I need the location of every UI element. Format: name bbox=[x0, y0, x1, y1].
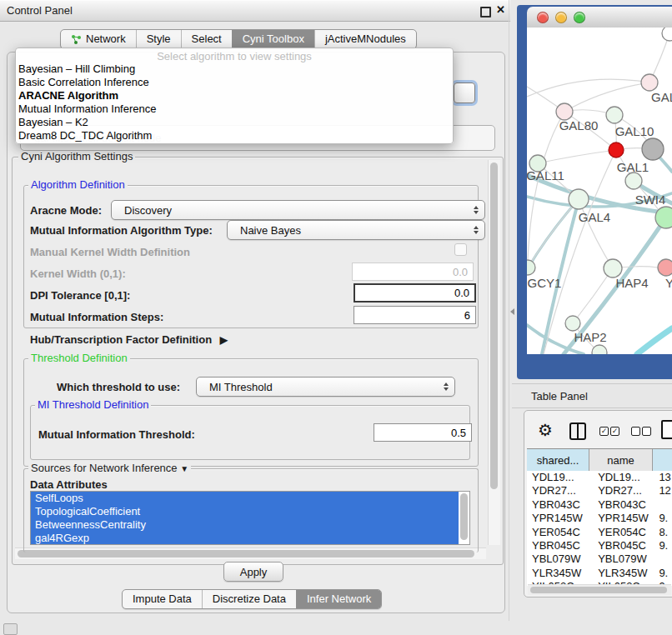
tab-infer-network[interactable]: Infer Network bbox=[296, 590, 381, 608]
gear-icon[interactable]: ⚙ bbox=[538, 420, 553, 440]
table-row[interactable]: YBR043CYBR043C bbox=[527, 498, 672, 512]
network-node-gal1[interactable] bbox=[609, 142, 624, 158]
close-window-icon[interactable] bbox=[537, 12, 549, 23]
columns-icon[interactable] bbox=[569, 422, 586, 440]
node-label: GAL10 bbox=[615, 124, 654, 138]
kernel-width-label: Kernel Width (0,1): bbox=[30, 268, 126, 280]
expand-arrow-icon: ▶ bbox=[220, 334, 228, 346]
mi-threshold-field[interactable]: 0.5 bbox=[374, 423, 472, 442]
algorithm-option[interactable]: Bayesian – K2 bbox=[16, 116, 453, 129]
network-node-swi4[interactable] bbox=[655, 207, 672, 228]
tab-network[interactable]: Network bbox=[61, 30, 136, 48]
tab-impute-data[interactable]: Impute Data bbox=[123, 590, 202, 608]
data-attributes-list: SelfLoops TopologicalCoefficient Between… bbox=[30, 491, 470, 545]
algorithm-definition-title: Algorithm Definition bbox=[28, 179, 128, 191]
tab-cyni-toolbox[interactable]: Cyni Toolbox bbox=[232, 30, 314, 48]
tab-discretize-data[interactable]: Discretize Data bbox=[202, 590, 296, 608]
control-panel-titlebar: Control Panel ✕ bbox=[0, 0, 510, 22]
node-label: GAL bbox=[651, 90, 672, 104]
network-node[interactable] bbox=[592, 345, 607, 354]
algorithm-combo-edge[interactable] bbox=[454, 82, 475, 103]
network-edge[interactable] bbox=[637, 328, 672, 354]
mi-type-combo[interactable]: Naive Bayes bbox=[227, 220, 485, 240]
checked-checkbox-icon[interactable]: ✓ bbox=[610, 427, 619, 436]
network-node[interactable] bbox=[662, 28, 672, 41]
settings-vscroll-thumb[interactable] bbox=[490, 162, 498, 489]
float-panel-icon[interactable] bbox=[480, 7, 491, 18]
network-edge[interactable] bbox=[564, 82, 649, 112]
algorithm-dropdown-popup: Select algorithm to view settings Bayesi… bbox=[15, 48, 454, 144]
network-node-gal4[interactable] bbox=[569, 189, 589, 209]
panel-divider bbox=[509, 0, 509, 621]
minimize-window-icon[interactable] bbox=[555, 12, 567, 23]
divider-collapse-arrow[interactable] bbox=[510, 308, 514, 315]
algorithm-option[interactable]: Basic Correlation Inference bbox=[16, 76, 453, 89]
hub-definition-expander[interactable]: Hub/Transcription Factor Definition ▶ bbox=[30, 333, 223, 346]
column-header-shared[interactable]: shared... bbox=[527, 449, 589, 471]
node-label: Y bbox=[665, 276, 672, 290]
bottom-corner-icon[interactable] bbox=[3, 623, 18, 635]
tab-jactivemnodules[interactable]: jActiveMNodules bbox=[314, 30, 416, 48]
network-edge[interactable] bbox=[527, 79, 649, 97]
mi-steps-label: Mutual Information Steps: bbox=[30, 311, 163, 323]
table-hscroll-thumb[interactable] bbox=[530, 587, 667, 593]
apply-button[interactable]: Apply bbox=[223, 562, 283, 582]
table-row[interactable]: YBL079WYBL079W bbox=[527, 552, 672, 566]
attribute-item[interactable]: BetweennessCentrality bbox=[31, 518, 459, 532]
algorithm-option[interactable]: Dream8 DC_TDC Algorithm bbox=[16, 129, 453, 142]
close-panel-icon[interactable]: ✕ bbox=[496, 3, 505, 16]
attribute-item[interactable]: SelfLoops bbox=[31, 492, 459, 505]
node-label: GAL80 bbox=[559, 118, 599, 132]
zoom-window-icon[interactable] bbox=[574, 12, 585, 23]
unchecked-checkbox-icon[interactable] bbox=[642, 427, 651, 436]
settings-vertical-scrollbar[interactable] bbox=[488, 160, 500, 545]
node-label: HAP4 bbox=[615, 276, 648, 290]
network-window-titlebar[interactable] bbox=[527, 7, 672, 28]
network-node-hap2[interactable] bbox=[565, 316, 580, 331]
tab-style[interactable]: Style bbox=[136, 30, 181, 48]
table-row[interactable]: YER054CYER054C8. bbox=[527, 526, 672, 539]
network-icon bbox=[71, 34, 82, 45]
network-node[interactable] bbox=[642, 138, 664, 160]
algorithm-option-selected[interactable]: ARACNE Algorithm bbox=[16, 89, 453, 102]
tab-select[interactable]: Select bbox=[181, 30, 232, 48]
attribute-item[interactable]: TopologicalCoefficient bbox=[31, 505, 459, 518]
table-row[interactable]: YDR27...YDR27...12 bbox=[527, 484, 672, 498]
network-canvas[interactable]: GALGAL80GAL10GAL1GAL11GAL4SWI4GCY1HAP4YH… bbox=[527, 28, 672, 354]
table-row[interactable]: YPR145WYPR145W9. bbox=[527, 512, 672, 525]
network-node-gal[interactable] bbox=[641, 74, 658, 91]
node-label: GAL4 bbox=[579, 210, 610, 224]
aracne-mode-combo[interactable]: Discovery bbox=[111, 200, 485, 220]
dpi-tolerance-field[interactable]: 0.0 bbox=[354, 283, 476, 302]
network-node-y[interactable] bbox=[658, 259, 672, 276]
which-threshold-combo[interactable]: MI Threshold bbox=[196, 377, 455, 397]
column-header-partial[interactable] bbox=[653, 449, 672, 471]
node-label: HAP2 bbox=[574, 330, 606, 344]
network-node-gal80[interactable] bbox=[556, 103, 573, 120]
network-node-gal10[interactable] bbox=[606, 107, 623, 123]
kernel-width-field[interactable]: 0.0 bbox=[352, 262, 474, 281]
network-node-hap4[interactable] bbox=[604, 259, 622, 278]
network-node-gcy1[interactable] bbox=[527, 260, 535, 275]
network-node[interactable] bbox=[625, 172, 642, 189]
algorithm-option[interactable]: Bayesian – Hill Climbing bbox=[16, 62, 453, 76]
table-row[interactable]: YLR345WYLR345W9. bbox=[527, 567, 672, 580]
network-edge[interactable] bbox=[538, 150, 616, 163]
file-icon[interactable] bbox=[661, 420, 672, 439]
unchecked-checkbox-icon[interactable] bbox=[631, 427, 640, 436]
table-row[interactable]: YBR045CYBR045C9. bbox=[527, 539, 672, 552]
mi-steps-field[interactable]: 6 bbox=[354, 306, 476, 324]
cyni-algorithm-settings-title: Cyni Algorithm Settings bbox=[18, 151, 135, 162]
table-row[interactable]: YDL19...YDL19...13 bbox=[527, 471, 672, 484]
manual-kernel-checkbox[interactable] bbox=[454, 243, 467, 256]
attributes-scroll-thumb[interactable] bbox=[460, 493, 468, 540]
node-label: GAL1 bbox=[617, 160, 649, 174]
column-header-name[interactable]: name bbox=[589, 449, 653, 471]
sources-expander[interactable]: Sources for Network Inference ▼ bbox=[28, 462, 191, 475]
table-horizontal-scrollbar[interactable] bbox=[528, 584, 671, 595]
combo-arrows-icon bbox=[444, 382, 449, 391]
node-label: GAL11 bbox=[527, 168, 564, 182]
algorithm-option[interactable]: Mutual Information Inference bbox=[16, 102, 453, 116]
checked-checkbox-icon[interactable]: ✓ bbox=[599, 427, 609, 436]
attribute-item[interactable]: gal4RGexp bbox=[31, 532, 459, 545]
